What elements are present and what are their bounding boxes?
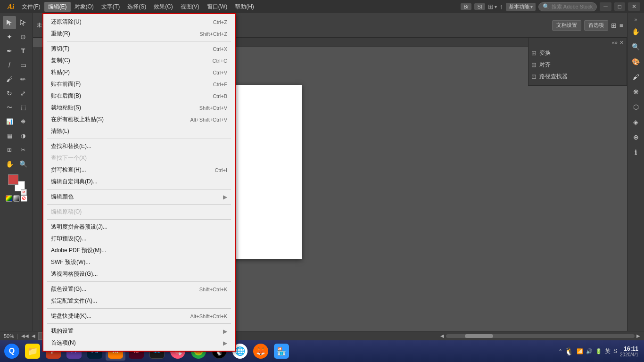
menu-paste-allboards[interactable]: 在所有画板上粘贴(S) Alt+Shift+Ctrl+V <box>43 114 235 125</box>
share-icon[interactable]: ↑ <box>500 3 503 10</box>
prev-btn[interactable]: ◀ <box>32 333 35 338</box>
transform-panel-item[interactable]: ⊞ 变换 <box>528 47 627 59</box>
menu-transparency-preset[interactable]: 透明度拼合器预设(J)... <box>43 221 235 233</box>
gradient-btn[interactable] <box>13 195 20 202</box>
menu-findreplace[interactable]: 查找和替换(E)... <box>43 140 235 152</box>
hand-tool[interactable]: ✋ <box>3 157 16 171</box>
panel-close-icon[interactable]: ✕ <box>619 40 624 46</box>
search-box[interactable]: 🔍 搜索 Adobe Stock <box>538 2 597 11</box>
close-btn[interactable]: ✕ <box>628 2 640 11</box>
menu-undo[interactable]: 还原清除(U) Ctrl+Z <box>43 16 235 28</box>
menu-swf-preset[interactable]: SWF 预设(W)... <box>43 256 235 268</box>
none-btn[interactable]: ⊘ <box>21 195 27 202</box>
menu-paste[interactable]: 粘贴(P) Ctrl+V <box>43 66 235 78</box>
menu-edit-color[interactable]: 编辑颜色 ▶ <box>43 191 235 203</box>
graph-tool[interactable]: 📊 <box>3 115 16 128</box>
tray-lang[interactable]: 英 <box>605 347 611 355</box>
minimize-btn[interactable]: ─ <box>600 2 611 11</box>
warp-tool[interactable]: 〜 <box>3 101 16 114</box>
color-mode-btn[interactable] <box>6 195 12 202</box>
right-tool-2[interactable]: 🔍 <box>629 40 643 53</box>
rect-tool[interactable]: ▭ <box>17 58 30 72</box>
no-color[interactable]: ⊘ <box>21 189 27 195</box>
menu-findnext[interactable]: 查找下一个(X) <box>43 152 235 164</box>
right-tool-9[interactable]: ℹ <box>629 146 643 159</box>
scale-tool[interactable]: ⤢ <box>17 87 30 100</box>
type-tool[interactable]: T <box>17 44 30 58</box>
menu-copy[interactable]: 复制(C) Ctrl+C <box>43 55 235 66</box>
tray-qq[interactable]: 🐧 <box>564 347 574 356</box>
align-panel-item[interactable]: ⊟ 对齐 <box>528 59 627 71</box>
symbol-tool[interactable]: ❋ <box>17 115 30 128</box>
selection-tool[interactable] <box>3 16 16 29</box>
menu-window[interactable]: 窗口(W) <box>203 2 231 12</box>
menu-clear[interactable]: 清除(L) <box>43 125 235 137</box>
pencil-tool[interactable]: ✏ <box>17 73 30 86</box>
menu-object[interactable]: 对象(O) <box>71 2 98 12</box>
maximize-btn[interactable]: □ <box>614 2 625 11</box>
menu-color-settings[interactable]: 颜色设置(G)... Shift+Ctrl+K <box>43 283 235 295</box>
arrange-icon[interactable]: ⊞ <box>611 22 617 29</box>
right-tool-7[interactable]: ◈ <box>629 115 643 129</box>
menu-pdf-preset[interactable]: Adobe PDF 预设(M)... <box>43 245 235 256</box>
right-tool-3[interactable]: 🎨 <box>629 55 643 68</box>
preferences-btn[interactable]: 首选项 <box>584 20 608 31</box>
scroll-right-btn[interactable]: ▶ <box>636 333 640 338</box>
menu-my-settings[interactable]: 我的设置 ▶ <box>43 325 235 337</box>
menu-edit-original[interactable]: 编辑原稿(O) <box>43 206 235 218</box>
pathfinder-panel-item[interactable]: ⊡ 路径查找器 <box>528 71 627 82</box>
h-scroll-track[interactable] <box>446 334 635 338</box>
bridge-btn[interactable]: Br <box>461 3 471 10</box>
menu-select[interactable]: 选择(S) <box>124 2 150 12</box>
taskbar-app-firefox[interactable]: 🦊 <box>251 342 271 361</box>
layout-switcher[interactable]: ⊞ ▾ <box>488 3 497 10</box>
menu-perspective-preset[interactable]: 透视网格预设(G)... <box>43 268 235 280</box>
menu-help[interactable]: 帮助(H) <box>231 2 258 12</box>
tray-network[interactable]: 📶 <box>577 348 583 354</box>
menu-assign-profile[interactable]: 指定配置文件(A)... <box>43 295 235 307</box>
right-tool-4[interactable]: 🖌 <box>629 70 643 83</box>
artboard-tool[interactable]: ⊞ <box>3 143 16 156</box>
zoom-level[interactable]: 50% <box>4 333 14 339</box>
menu-redo[interactable]: 重做(R) Shift+Ctrl+Z <box>43 28 235 40</box>
tray-chevron[interactable]: ^ <box>559 348 561 354</box>
tray-volume[interactable]: 🔊 <box>586 348 593 354</box>
menu-print-preset[interactable]: 打印预设(Q)... <box>43 233 235 245</box>
menu-spellcheck[interactable]: 拼写检查(H)... Ctrl+I <box>43 164 235 176</box>
menu-edit[interactable]: 编辑(E) <box>44 2 71 12</box>
menu-effect[interactable]: 效果(C) <box>150 2 177 12</box>
menu-preferences[interactable]: 首选项(N) ▶ <box>43 337 235 349</box>
clock-display[interactable]: 16:11 2020/4/1 <box>620 346 638 357</box>
panels-icon[interactable]: ≡ <box>619 22 623 29</box>
column-graph-tool[interactable]: ▦ <box>3 129 16 142</box>
fill-color[interactable] <box>8 174 18 185</box>
lasso-tool[interactable]: ⊙ <box>17 30 30 43</box>
menu-edit-dict[interactable]: 编辑自定词典(D)... <box>43 176 235 188</box>
right-tool-1[interactable]: ✋ <box>629 25 643 38</box>
taskbar-app-browser[interactable]: Q <box>2 342 22 361</box>
right-tool-6[interactable]: ⬡ <box>629 100 643 114</box>
pie-chart-tool[interactable]: ◑ <box>17 129 30 142</box>
panel-collapse-icon[interactable]: «» <box>612 40 618 46</box>
line-tool[interactable]: / <box>3 58 16 72</box>
right-tool-8[interactable]: ⊕ <box>629 131 643 144</box>
slice-tool[interactable]: ✂ <box>17 143 30 156</box>
taskbar-app-filemanager[interactable]: 📁 <box>23 342 42 361</box>
right-tool-5[interactable]: ❋ <box>629 85 643 99</box>
menu-paste-front[interactable]: 贴在前面(F) Ctrl+F <box>43 78 235 90</box>
paintbrush-tool[interactable]: 🖌 <box>3 73 16 86</box>
prev-page-btn[interactable]: ◀◀ <box>21 333 29 338</box>
right-collapse-btn[interactable]: » <box>634 16 638 23</box>
menu-paste-inplace[interactable]: 就地粘贴(S) Shift+Ctrl+V <box>43 102 235 114</box>
scroll-left-btn[interactable]: ◀ <box>440 333 444 338</box>
magic-wand-tool[interactable]: ✦ <box>3 30 16 43</box>
menu-file[interactable]: 文件(F) <box>18 2 44 12</box>
doc-settings-btn[interactable]: 文档设置 <box>552 20 581 31</box>
tray-battery[interactable]: 🔋 <box>595 348 602 354</box>
menu-cut[interactable]: 剪切(T) Ctrl+X <box>43 43 235 55</box>
menu-keyboard-shortcuts[interactable]: 键盘快捷键(K)... Alt+Shift+Ctrl+K <box>43 310 235 322</box>
free-transform-tool[interactable]: ⬚ <box>17 101 30 114</box>
zoom-tool[interactable]: 🔍 <box>17 157 30 171</box>
workspace-selector[interactable]: 基本功能 ▾ <box>506 3 536 11</box>
rotate-tool[interactable]: ↻ <box>3 87 16 100</box>
